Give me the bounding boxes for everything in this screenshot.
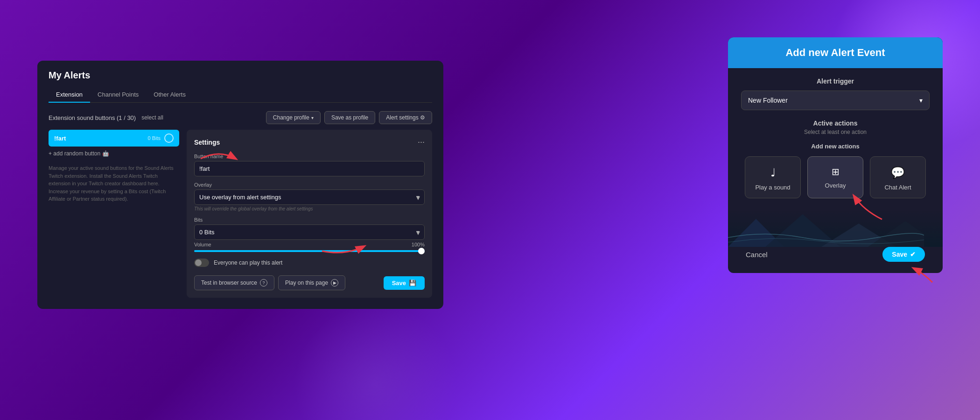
test-browser-source-button[interactable]: Test in browser source ? — [194, 275, 274, 290]
action-card-play-sound[interactable]: ♩ Play a sound — [745, 156, 801, 198]
chevron-down-icon: ▾ — [311, 115, 314, 120]
action-label-chat-alert: Chat Alert — [884, 184, 911, 191]
right-panel: Add new Alert Event Alert trigger New Fo… — [728, 37, 943, 273]
gear-icon: ⚙ — [420, 114, 425, 121]
sound-button-item[interactable]: !fart 0 Bits — [49, 130, 179, 147]
add-random-button[interactable]: + add random button 🤖 — [49, 150, 179, 157]
subscriber-row: Everyone can play this alert — [194, 259, 425, 267]
subscriber-label: Everyone can play this alert — [214, 259, 282, 266]
save-as-profile-button[interactable]: Save as profile — [324, 111, 375, 124]
bits-count: 0 Bits — [147, 135, 161, 141]
sound-buttons-list: !fart 0 Bits + add random button 🤖 Manag… — [49, 130, 179, 298]
settings-title: Settings — [194, 139, 220, 146]
tab-channel-points[interactable]: Channel Points — [90, 87, 146, 103]
bits-select[interactable]: 0 Bits ▾ — [194, 224, 425, 240]
info-icon: ? — [260, 279, 267, 287]
overlay-helper: This will override the global overlay fr… — [194, 206, 425, 211]
bits-label: Bits — [194, 217, 425, 223]
action-card-chat-alert[interactable]: 💬 Chat Alert — [870, 156, 926, 198]
change-profile-button[interactable]: Change profile ▾ — [266, 111, 321, 124]
cancel-button[interactable]: Cancel — [746, 251, 768, 259]
toggle-circle[interactable] — [164, 133, 174, 143]
active-actions-label: Active actions — [741, 119, 930, 127]
button-name-label: Button name — [194, 154, 425, 159]
modal-body: Alert trigger New Follower ▾ Active acti… — [728, 68, 943, 273]
play-on-page-button[interactable]: Play on this page ▶ — [278, 275, 345, 290]
volume-slider[interactable] — [194, 250, 425, 252]
content-area: !fart 0 Bits + add random button 🤖 Manag… — [49, 130, 432, 298]
save-icon: 💾 — [409, 280, 416, 287]
modal-footer: Cancel Save ✔ — [741, 247, 930, 262]
top-row: Extension sound buttons (1 / 30) select … — [49, 111, 432, 124]
select-all-link[interactable]: select all — [141, 114, 163, 121]
settings-header: Settings ··· — [194, 137, 425, 147]
chevron-down-icon: ▾ — [416, 194, 420, 201]
alert-settings-button[interactable]: Alert settings ⚙ — [379, 111, 432, 124]
chevron-down-icon: ▾ — [416, 229, 420, 236]
bits-select-wrapper: 0 Bits ▾ — [194, 224, 425, 240]
subscriber-toggle[interactable] — [194, 259, 209, 267]
modal-title: Add new Alert Event — [737, 47, 933, 59]
scenery-decoration — [728, 210, 943, 247]
chevron-down-icon: ▾ — [919, 97, 923, 104]
left-panel: My Alerts Extension Channel Points Other… — [37, 61, 443, 309]
play-icon: ▶ — [331, 279, 338, 287]
overlay-label: Overlay — [194, 182, 425, 188]
tab-extension[interactable]: Extension — [49, 87, 90, 103]
action-card-overlay[interactable]: ⊞ Overlay — [807, 156, 863, 198]
save-button[interactable]: Save 💾 — [384, 276, 425, 290]
tabs-container: Extension Channel Points Other Alerts — [49, 87, 432, 103]
volume-label: Volume — [194, 242, 211, 247]
music-note-icon: ♩ — [750, 166, 796, 179]
modal-header: Add new Alert Event — [728, 37, 943, 68]
trigger-select[interactable]: New Follower ▾ — [741, 91, 930, 110]
top-buttons: Change profile ▾ Save as profile Alert s… — [266, 111, 432, 124]
more-options-button[interactable]: ··· — [418, 137, 425, 147]
panel-title: My Alerts — [49, 70, 432, 81]
overlay-icon: ⊞ — [812, 166, 858, 177]
section-label: Extension sound buttons (1 / 30) — [49, 114, 136, 121]
action-label-overlay: Overlay — [825, 182, 846, 189]
trigger-section-label: Alert trigger — [741, 77, 930, 85]
sound-button-name: !fart — [54, 135, 66, 142]
button-name-input[interactable] — [194, 161, 425, 176]
select-one-label: Select at least one action — [741, 129, 930, 135]
modal-save-button[interactable]: Save ✔ — [882, 247, 925, 262]
tab-other-alerts[interactable]: Other Alerts — [146, 87, 193, 103]
description-text: Manage your active sound buttons for the… — [49, 164, 179, 203]
volume-percentage: 100% — [412, 242, 425, 247]
overlay-select[interactable]: Use overlay from alert settings ▾ — [194, 189, 425, 205]
svg-marker-3 — [868, 221, 924, 247]
volume-row: Volume 100% — [194, 242, 425, 247]
add-actions-label: Add new actions — [741, 143, 930, 150]
chat-icon: 💬 — [875, 166, 921, 179]
bottom-actions: Test in browser source ? Play on this pa… — [194, 275, 425, 290]
action-cards-container: ♩ Play a sound ⊞ Overlay 💬 Chat Alert — [741, 156, 930, 198]
settings-panel: Settings ··· Button name Overlay Use ove… — [187, 130, 432, 298]
overlay-select-wrapper: Use overlay from alert settings ▾ — [194, 189, 425, 205]
robot-icon: 🤖 — [102, 150, 109, 157]
checkmark-icon: ✔ — [910, 251, 916, 258]
action-label-play-sound: Play a sound — [755, 184, 790, 191]
